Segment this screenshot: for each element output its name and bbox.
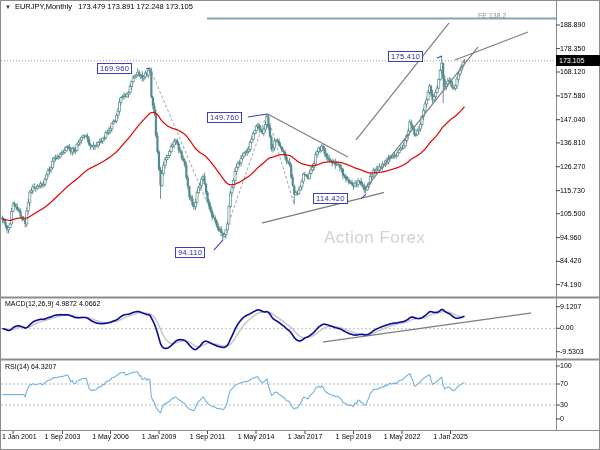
chart-title: ▼EURJPY,Monthly 173.479 173.891 172.248 … (5, 3, 193, 11)
price-axis-label: 74.190 (560, 281, 581, 289)
rsi-axis-label: 100 (560, 362, 572, 370)
chart-window: ▼EURJPY,Monthly 173.479 173.891 172.248 … (0, 0, 600, 450)
time-axis-label: 1 Sep 2019 (336, 433, 372, 441)
chart-title-text: EURJPY,Monthly 173.479 173.891 172.248 1… (15, 2, 193, 11)
rsi-axis-label: 70 (560, 380, 568, 388)
macd-indicator-label: MACD(12,26,9) 4.9872 4.0662 (5, 300, 100, 308)
chart-canvas[interactable] (0, 0, 600, 450)
time-axis-label: 1 May 2006 (92, 433, 129, 441)
price-axis-label: 188.890 (560, 21, 585, 29)
price-axis-label: 178.350 (560, 45, 585, 53)
time-axis-label: 1 Sep 2003 (45, 433, 81, 441)
price-annotation-114.420[interactable]: 114.420 (313, 193, 348, 204)
time-axis-label: 1 Jan 2025 (433, 433, 468, 441)
price-axis-label: 126.270 (560, 163, 585, 171)
watermark: Action Forex (324, 234, 425, 242)
time-axis-label: 1 Jan 2001 (2, 433, 37, 441)
symbol-dropdown-icon[interactable]: ▼ (5, 4, 11, 10)
rsi-axis-label: 0 (560, 415, 564, 423)
fib-extension-label: FE 138.2 (478, 12, 506, 20)
time-axis-label: 1 Sep 2011 (190, 433, 225, 441)
time-axis-label: 1 May 2014 (238, 433, 275, 441)
price-annotation-175.410[interactable]: 175.410 (388, 51, 423, 62)
price-annotation-169.960[interactable]: 169.960 (97, 63, 132, 74)
price-axis-label: 147.040 (560, 116, 585, 124)
price-annotation-149.760[interactable]: 149.760 (207, 112, 242, 123)
price-axis-label: 136.810 (560, 139, 585, 147)
rsi-indicator-label: RSI(14) 64.3207 (5, 363, 56, 371)
time-axis-label: 1 May 2022 (384, 433, 421, 441)
rsi-axis-label: 30 (560, 401, 568, 409)
macd-axis-label: 9.1207 (560, 303, 581, 311)
time-axis-label: 1 Jan 2017 (288, 433, 323, 441)
macd-axis-label: -9.5303 (560, 348, 584, 356)
price-annotation-94.110[interactable]: 94.110 (175, 247, 205, 258)
price-axis-label: 105.500 (560, 210, 585, 218)
price-axis-label: 157.580 (560, 92, 585, 100)
price-axis-label: 168.120 (560, 68, 585, 76)
macd-axis-label: 0.00 (560, 324, 574, 332)
price-axis-label: 84.420 (560, 257, 581, 265)
price-axis-label: 94.960 (560, 234, 581, 242)
current-price-tag: 173.105 (556, 55, 600, 66)
price-axis-label: 115.730 (560, 187, 585, 195)
time-axis-label: 1 Jan 2009 (142, 433, 177, 441)
